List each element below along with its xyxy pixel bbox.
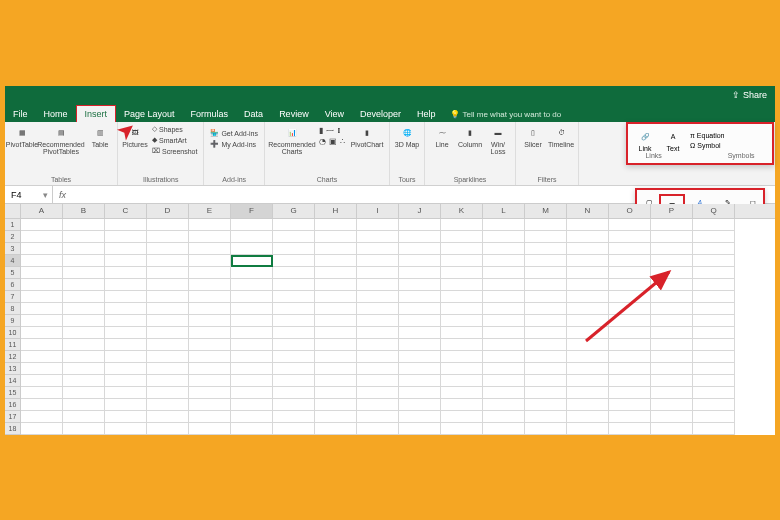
scatter-chart-icon[interactable]: ∴	[340, 137, 345, 146]
cell[interactable]	[651, 387, 693, 399]
cell[interactable]	[21, 399, 63, 411]
cell[interactable]	[693, 231, 735, 243]
cell[interactable]	[693, 303, 735, 315]
cell[interactable]	[609, 279, 651, 291]
select-all-corner[interactable]	[5, 204, 21, 218]
column-header[interactable]: F	[231, 204, 273, 218]
cell[interactable]	[273, 363, 315, 375]
cell[interactable]	[189, 423, 231, 435]
cell[interactable]	[693, 387, 735, 399]
cell[interactable]	[609, 291, 651, 303]
cell[interactable]	[525, 363, 567, 375]
cell[interactable]	[147, 423, 189, 435]
cell[interactable]	[147, 375, 189, 387]
cell[interactable]	[273, 219, 315, 231]
cell[interactable]	[525, 255, 567, 267]
cell[interactable]	[441, 339, 483, 351]
cell[interactable]	[525, 267, 567, 279]
cell[interactable]	[483, 339, 525, 351]
cell[interactable]	[525, 327, 567, 339]
tab-view[interactable]: View	[317, 106, 352, 122]
cell[interactable]	[357, 423, 399, 435]
cell[interactable]	[609, 375, 651, 387]
cell[interactable]	[63, 363, 105, 375]
cell[interactable]	[483, 363, 525, 375]
cell[interactable]	[525, 303, 567, 315]
cell[interactable]	[315, 339, 357, 351]
cell[interactable]	[273, 291, 315, 303]
cell[interactable]	[483, 243, 525, 255]
cell[interactable]	[399, 411, 441, 423]
cell[interactable]	[357, 363, 399, 375]
cell[interactable]	[567, 327, 609, 339]
cell[interactable]	[399, 315, 441, 327]
column-header[interactable]: P	[651, 204, 693, 218]
cell[interactable]	[189, 291, 231, 303]
cell[interactable]	[609, 327, 651, 339]
cell[interactable]	[525, 231, 567, 243]
cell[interactable]	[693, 339, 735, 351]
cell[interactable]	[525, 291, 567, 303]
cell[interactable]	[63, 339, 105, 351]
cell[interactable]	[399, 363, 441, 375]
cell[interactable]	[399, 303, 441, 315]
column-header[interactable]: E	[189, 204, 231, 218]
cell[interactable]	[525, 423, 567, 435]
cell[interactable]	[441, 315, 483, 327]
row-header[interactable]: 18	[5, 423, 21, 435]
cell[interactable]	[357, 327, 399, 339]
cell[interactable]	[63, 327, 105, 339]
bar-chart-icon[interactable]: ▮	[319, 126, 323, 135]
cell[interactable]	[315, 231, 357, 243]
cell[interactable]	[567, 399, 609, 411]
cell[interactable]	[567, 351, 609, 363]
cell[interactable]	[525, 387, 567, 399]
cell[interactable]	[315, 303, 357, 315]
cell[interactable]	[651, 279, 693, 291]
cell[interactable]	[399, 327, 441, 339]
tab-developer[interactable]: Developer	[352, 106, 409, 122]
cell[interactable]	[189, 387, 231, 399]
cell[interactable]	[63, 291, 105, 303]
cell[interactable]	[273, 423, 315, 435]
cell[interactable]	[147, 315, 189, 327]
cell[interactable]	[189, 351, 231, 363]
column-header[interactable]: N	[567, 204, 609, 218]
cell[interactable]	[231, 387, 273, 399]
cell[interactable]	[693, 327, 735, 339]
cell[interactable]	[147, 291, 189, 303]
cell[interactable]	[399, 399, 441, 411]
cell[interactable]	[693, 363, 735, 375]
cell[interactable]	[399, 219, 441, 231]
sparkline-winloss-button[interactable]: ▬Win/ Loss	[485, 124, 511, 155]
cell[interactable]	[147, 339, 189, 351]
cell[interactable]	[315, 315, 357, 327]
recommended-pivot-button[interactable]: ▤Recommended PivotTables	[37, 124, 85, 155]
cell[interactable]	[483, 267, 525, 279]
row-header[interactable]: 2	[5, 231, 21, 243]
cell[interactable]	[105, 399, 147, 411]
cell[interactable]	[21, 255, 63, 267]
cell[interactable]	[399, 267, 441, 279]
tab-page-layout[interactable]: Page Layout	[116, 106, 183, 122]
cell[interactable]	[651, 267, 693, 279]
cell[interactable]	[399, 231, 441, 243]
cell[interactable]	[231, 351, 273, 363]
cell[interactable]	[63, 231, 105, 243]
cell[interactable]	[357, 375, 399, 387]
cell[interactable]	[21, 315, 63, 327]
cell[interactable]	[399, 255, 441, 267]
cell[interactable]	[105, 351, 147, 363]
cell[interactable]	[315, 279, 357, 291]
cell[interactable]	[63, 219, 105, 231]
cell[interactable]	[189, 363, 231, 375]
cell[interactable]	[567, 375, 609, 387]
cell[interactable]	[693, 411, 735, 423]
cell[interactable]	[231, 303, 273, 315]
cell[interactable]	[651, 243, 693, 255]
cell[interactable]	[231, 375, 273, 387]
column-header[interactable]: O	[609, 204, 651, 218]
row-header[interactable]: 11	[5, 339, 21, 351]
row-header[interactable]: 7	[5, 291, 21, 303]
cell[interactable]	[189, 339, 231, 351]
